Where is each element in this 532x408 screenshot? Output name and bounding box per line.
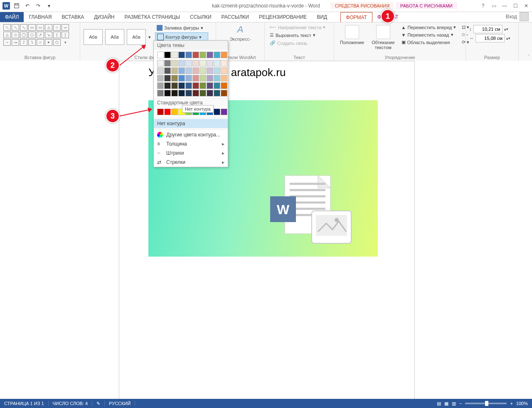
color-swatch[interactable] — [164, 60, 171, 67]
dashes-item[interactable]: ┈Штрихи▸ — [154, 148, 228, 158]
tab-review[interactable]: РЕЦЕНЗИРОВАНИЕ — [254, 12, 312, 22]
save-icon[interactable] — [12, 2, 21, 10]
style-preset-1[interactable]: Абв — [84, 29, 103, 45]
gallery-more-icon[interactable]: ▾ — [148, 35, 151, 40]
color-swatch[interactable] — [207, 60, 213, 67]
color-swatch[interactable] — [200, 82, 206, 89]
color-swatch[interactable] — [200, 90, 206, 96]
zoom-level[interactable]: 100% — [516, 401, 528, 406]
account-login[interactable]: Вход — [506, 12, 529, 21]
color-swatch[interactable] — [221, 90, 227, 96]
selection-pane-button[interactable]: ▣ Область выделения — [400, 39, 458, 45]
color-swatch[interactable] — [192, 82, 199, 89]
arrows-item[interactable]: ⇄Стрелки▸ — [154, 158, 228, 167]
color-swatch[interactable] — [171, 109, 178, 115]
color-swatch[interactable] — [157, 75, 164, 82]
color-swatch[interactable] — [200, 52, 206, 58]
status-proofing-icon[interactable]: ✎ — [92, 401, 105, 406]
color-swatch[interactable] — [185, 75, 192, 82]
color-swatch[interactable] — [157, 67, 164, 74]
tab-file[interactable]: ФАЙЛ — [0, 12, 24, 22]
color-swatch[interactable] — [192, 75, 199, 82]
color-swatch[interactable] — [178, 60, 185, 67]
color-swatch[interactable] — [164, 82, 171, 89]
tab-design[interactable]: ДИЗАЙН — [89, 12, 119, 22]
color-swatch[interactable] — [178, 75, 185, 82]
color-swatch[interactable] — [207, 75, 213, 82]
maximize-icon[interactable]: ☐ — [512, 3, 519, 9]
color-swatch[interactable] — [207, 52, 213, 58]
tab-home[interactable]: ГЛАВНАЯ — [24, 12, 57, 22]
color-swatch[interactable] — [157, 60, 164, 67]
color-swatch[interactable] — [157, 52, 164, 58]
color-swatch[interactable] — [207, 67, 213, 74]
color-swatch[interactable] — [178, 90, 185, 96]
help-icon[interactable]: ? — [480, 3, 486, 9]
color-swatch[interactable] — [178, 82, 185, 89]
position-button[interactable]: Положение — [337, 24, 367, 51]
bring-forward-button[interactable]: ▲ Переместить вперед ▾ — [400, 24, 458, 30]
text-direction-button[interactable]: ⟵ Направление текста ▾ — [268, 24, 330, 30]
color-swatch[interactable] — [192, 60, 199, 67]
more-outline-colors-item[interactable]: Другие цвета контура... — [154, 130, 228, 139]
color-swatch[interactable] — [164, 67, 171, 74]
color-swatch[interactable] — [171, 90, 178, 96]
document-canvas[interactable]: Урxxxxxxxxxxxxxaratapok.ru W — [0, 61, 532, 399]
color-swatch[interactable] — [157, 90, 164, 96]
color-swatch[interactable] — [207, 82, 213, 89]
color-swatch[interactable] — [221, 60, 227, 67]
color-swatch[interactable] — [200, 75, 206, 82]
wordart-icon[interactable]: A — [237, 24, 244, 35]
color-swatch[interactable] — [185, 60, 192, 67]
redo-icon[interactable]: ↷ — [34, 2, 42, 10]
color-swatch[interactable] — [171, 75, 178, 82]
align-text-button[interactable]: ☰ Выровнять текст ▾ — [268, 32, 330, 38]
width-input[interactable] — [475, 34, 505, 42]
minimize-icon[interactable]: — — [501, 3, 508, 9]
color-swatch[interactable] — [200, 67, 206, 74]
status-page[interactable]: СТРАНИЦА 1 ИЗ 1 — [0, 401, 49, 406]
close-icon[interactable]: ✕ — [523, 3, 530, 9]
color-swatch[interactable] — [214, 90, 220, 96]
color-swatch[interactable] — [185, 52, 192, 58]
color-swatch[interactable] — [221, 52, 227, 58]
zoom-slider[interactable] — [465, 403, 507, 404]
create-link-button[interactable]: 🔗 Создать связь — [268, 40, 330, 46]
style-preset-3[interactable]: Абв — [127, 29, 146, 45]
shape-fill-button[interactable]: Заливка фигуры ▾ — [155, 24, 208, 32]
tab-view[interactable]: ВИД — [312, 12, 332, 22]
tab-layout[interactable]: РАЗМЕТКА СТРАНИЦЫ — [120, 12, 185, 22]
color-swatch[interactable] — [221, 109, 227, 115]
color-swatch[interactable] — [192, 67, 199, 74]
color-swatch[interactable] — [185, 67, 192, 74]
style-preset-2[interactable]: Абв — [105, 29, 124, 45]
color-swatch[interactable] — [214, 109, 220, 115]
color-swatch[interactable] — [157, 109, 164, 115]
color-swatch[interactable] — [221, 67, 227, 74]
tab-format-drawing[interactable]: ФОРМАТ — [340, 12, 372, 22]
color-swatch[interactable] — [178, 67, 185, 74]
color-swatch[interactable] — [214, 52, 220, 58]
tab-references[interactable]: ССЫЛКИ — [185, 12, 216, 22]
text-wrap-button[interactable]: Обтекание текстом — [369, 24, 397, 51]
qat-customize-icon[interactable]: ▾ — [45, 2, 53, 10]
color-swatch[interactable] — [164, 75, 171, 82]
color-swatch[interactable] — [171, 60, 178, 67]
color-swatch[interactable] — [185, 90, 192, 96]
zoom-in-icon[interactable]: + — [510, 401, 512, 406]
color-swatch[interactable] — [221, 75, 227, 82]
theme-color-swatches-top[interactable] — [154, 50, 228, 60]
color-swatch[interactable] — [207, 90, 213, 96]
send-backward-button[interactable]: ▼ Переместить назад ▾ — [400, 32, 458, 38]
view-read-icon[interactable]: ▤ — [437, 401, 441, 406]
height-input[interactable] — [473, 25, 502, 33]
color-swatch[interactable] — [192, 90, 199, 96]
shapes-gallery[interactable]: ＼＼＼▭▭△○▱ △◇◯⬡↗↘{} ~↝⤴⤵☆✦⬠▾ — [3, 24, 76, 46]
shape-style-gallery[interactable]: Абв Абв Абв ▾ — [84, 24, 151, 50]
color-swatch[interactable] — [214, 82, 220, 89]
color-swatch[interactable] — [171, 67, 178, 74]
color-swatch[interactable] — [214, 75, 220, 82]
color-swatch[interactable] — [157, 82, 164, 89]
color-swatch[interactable] — [221, 82, 227, 89]
tab-insert[interactable]: ВСТАВКА — [57, 12, 89, 22]
